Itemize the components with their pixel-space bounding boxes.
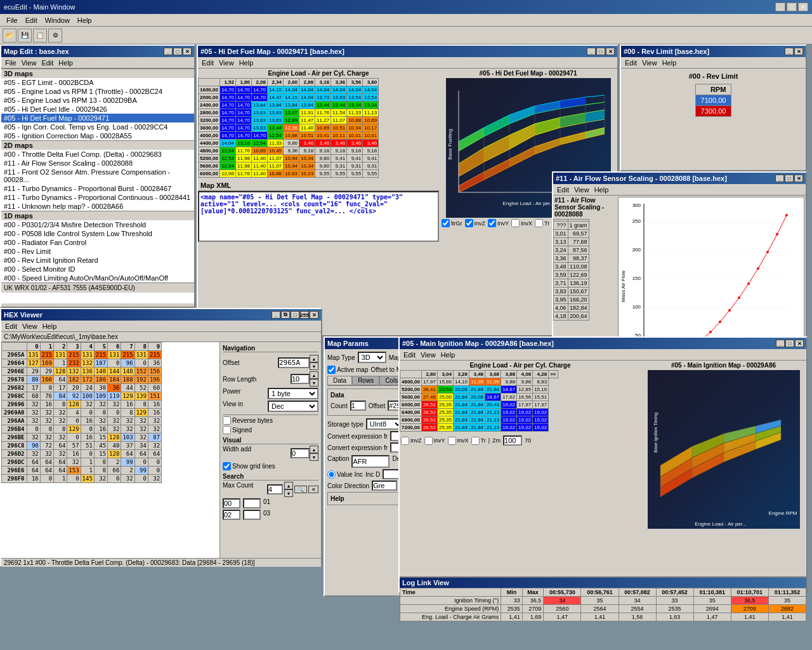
rev-limit-close[interactable]: ✕ — [794, 48, 803, 55]
af-row-2[interactable]: 3,1377,68 — [554, 238, 589, 246]
map-3d-item-6[interactable]: #05 - Ignition Correction Map - 00028A55 — [1, 131, 194, 140]
ign-cell[interactable]: 20,08 — [453, 386, 469, 394]
active-map-check[interactable]: Active map — [327, 366, 368, 374]
ign-cell[interactable]: 17,97 — [517, 401, 533, 409]
fuel-cell[interactable]: 13,44 — [268, 124, 284, 132]
fuel-cell[interactable]: 11,27 — [315, 117, 331, 124]
rev-limit-menu-edit[interactable]: Edit — [622, 58, 639, 67]
ign-cell[interactable]: 19,02 — [517, 409, 533, 416]
ign-map-table[interactable]: 2,803,043,283,483,683,884,084,28>> 4800,… — [400, 370, 558, 432]
hex-cell[interactable]: 100 — [81, 392, 94, 401]
hex-cell[interactable]: 32 — [40, 434, 53, 442]
search-03-input[interactable] — [243, 510, 261, 520]
hex-cell[interactable]: 32 — [27, 450, 40, 458]
fuel-cell[interactable]: 11,40 — [251, 162, 267, 170]
hex-cell[interactable]: 32 — [148, 442, 161, 450]
hex-cell[interactable]: 0 — [40, 475, 53, 483]
fuel-cell[interactable]: 11,76 — [235, 170, 251, 178]
fuel-cell[interactable]: 14,04 — [315, 86, 331, 94]
map-2d-item-4[interactable]: #11 - Turbo Dynamics - Proportional Cont… — [1, 193, 194, 202]
hex-cell[interactable]: 99 — [134, 467, 148, 475]
hex-cell[interactable]: 64 — [54, 442, 67, 450]
rpm-val-2[interactable]: 7300,00 — [695, 106, 731, 117]
hex-cell[interactable]: 32 — [121, 425, 134, 434]
fuel-cell[interactable]: 10,69 — [363, 117, 379, 124]
log-row-1[interactable]: Engine Speed (RPM)2535270925602564255425… — [400, 605, 806, 613]
toolbar-btn-4[interactable]: ⚙ — [48, 29, 62, 43]
ign-cell[interactable]: 27,46 — [421, 394, 437, 401]
log-cell[interactable]: 1,47 — [544, 613, 581, 621]
map-edit-menu-help[interactable]: Help — [56, 58, 75, 67]
fuel-cell[interactable]: 11,40 — [251, 170, 267, 178]
hex-cell[interactable]: 45 — [94, 442, 107, 450]
af-cell-1[interactable]: 3,48 — [554, 263, 568, 271]
hex-cell[interactable]: 72 — [40, 442, 53, 450]
ign-cell[interactable]: 21,13 — [485, 409, 501, 416]
air-flow-menu-edit[interactable]: Edit — [554, 185, 572, 194]
hex-cell[interactable]: 16 — [148, 409, 161, 417]
hex-cell[interactable]: 153 — [67, 467, 81, 475]
fuel-cell[interactable]: 11,13 — [363, 109, 379, 117]
af-cell-2[interactable]: 122,69 — [568, 271, 589, 279]
hex-row-15[interactable]: 296F01601014532032032 — [2, 475, 162, 483]
hex-cell[interactable]: 34 — [134, 442, 148, 450]
hex-cell[interactable]: 32 — [108, 401, 121, 409]
hex-cell[interactable]: 64 — [54, 467, 67, 475]
hex-cell[interactable]: 132 — [81, 359, 94, 368]
ign-cell[interactable]: 19,02 — [501, 409, 517, 416]
hex-row-0[interactable]: 2965A131215131215131215131215131215 — [2, 351, 162, 359]
row-len-down[interactable]: ▼ — [310, 379, 318, 387]
fuel-row-3[interactable]: 2800,0014,7014,7013,6313,6313,0711,9111,… — [199, 109, 379, 117]
fuel-cell[interactable]: 12,54 — [251, 140, 267, 147]
air-flow-table[interactable]: ???1 gram3,0169,573,1377,683,2487,563,36… — [553, 219, 589, 321]
width-input[interactable] — [291, 448, 310, 458]
fuel-cell[interactable]: 9,55 — [331, 170, 347, 178]
af-row-11[interactable]: 4,18200,64 — [554, 312, 589, 321]
ign-cell[interactable]: 16,56 — [517, 394, 533, 401]
hex-cell[interactable]: 182 — [67, 376, 81, 384]
fuel-cell[interactable]: 13,54 — [363, 94, 379, 102]
invZ-ign[interactable]: InvZ — [401, 437, 422, 445]
ign-cell[interactable]: 21,13 — [485, 416, 501, 424]
hex-cell[interactable]: 8 — [134, 401, 148, 409]
hex-cell[interactable]: 32 — [121, 417, 134, 425]
hex-cell[interactable]: 0 — [134, 359, 148, 368]
fuel-cell[interactable]: 10,01 — [347, 132, 363, 140]
log-cell[interactable]: 1,41 — [581, 613, 619, 621]
hex-cell[interactable]: 215 — [121, 351, 134, 359]
fuel-cell[interactable]: 14,70 — [251, 94, 267, 102]
hex-cell[interactable]: 131 — [134, 351, 148, 359]
hex-cell[interactable]: 16 — [121, 401, 134, 409]
invY-check[interactable]: InvY — [488, 219, 509, 227]
hex-cell[interactable]: 32 — [94, 475, 107, 483]
color-dir-input[interactable] — [372, 481, 397, 491]
fuel-cell[interactable]: 10,23 — [299, 170, 315, 178]
fuel-cell[interactable]: 3,46 — [331, 140, 347, 147]
hex-row-8[interactable]: 296AA3232320163232323232 — [2, 417, 162, 425]
hex-cell[interactable]: 103 — [121, 434, 134, 442]
ign-cell[interactable]: 15,16 — [533, 386, 549, 394]
menu-help[interactable]: Help — [74, 15, 96, 25]
hex-cell[interactable]: 32 — [108, 417, 121, 425]
fuel-cell[interactable]: 13,63 — [268, 109, 284, 117]
ign-cell[interactable]: 28,52 — [421, 401, 437, 409]
fuel-map-table[interactable]: 1,521,802,082,342,602,883,163,363,563,80… — [198, 78, 379, 178]
row-len-up[interactable]: ▲ — [310, 371, 318, 379]
fuel-row-5[interactable]: 3600,0014,7014,7013,6313,4412,3811,4010,… — [199, 124, 379, 132]
map-1d-item-6[interactable]: #00 - Speed Limiting AutoOn/ManOn/AutoOf… — [1, 274, 194, 282]
log-cell[interactable]: 35 — [768, 597, 806, 605]
hex-cell[interactable]: 8 — [121, 409, 134, 417]
hex-cell[interactable]: 128 — [108, 450, 121, 458]
hex-cell[interactable]: 32 — [54, 434, 67, 442]
log-cell[interactable]: 2535 — [656, 605, 693, 613]
fuel-cell[interactable]: 11,76 — [235, 147, 251, 155]
log-cell[interactable]: 34 — [544, 597, 581, 605]
hex-cell[interactable]: 0 — [134, 458, 148, 467]
hex-cell[interactable]: 16 — [67, 450, 81, 458]
hex-row-12[interactable]: 296D232323216015128646464 — [2, 450, 162, 458]
hex-cell[interactable]: 32 — [67, 458, 81, 467]
hex-cell[interactable]: 0 — [81, 450, 94, 458]
ign-menu-help[interactable]: Help — [438, 350, 458, 359]
fuel-cell[interactable]: 12,38 — [284, 124, 299, 132]
hex-cell[interactable]: 172 — [81, 376, 94, 384]
